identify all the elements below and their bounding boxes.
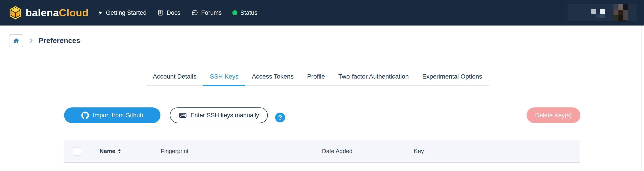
user-menu-redacted[interactable] <box>568 4 636 21</box>
fingerprint-column-label: Fingerprint <box>161 148 188 155</box>
key-column-label: Key <box>414 148 424 155</box>
brand-wordmark: balenaCloud <box>26 7 89 18</box>
nav-forums[interactable]: Forums <box>191 9 222 16</box>
chevron-right-icon <box>28 37 34 44</box>
docs-icon <box>157 9 164 16</box>
keyboard-icon <box>178 112 187 119</box>
navbar-divider <box>562 0 562 25</box>
nav-label: Status <box>240 9 258 16</box>
github-icon <box>81 112 89 119</box>
page-title: Preferences <box>38 36 80 45</box>
column-header-fingerprint: Fingerprint <box>161 140 188 162</box>
top-navbar: balenaCloud Getting Started Docs <box>0 0 644 25</box>
tab-ssh-keys[interactable]: SSH Keys <box>203 72 245 86</box>
enter-ssh-keys-button[interactable]: Enter SSH keys manually <box>170 107 268 123</box>
sort-icon <box>118 149 121 154</box>
nav-label: Docs <box>166 9 180 16</box>
tab-two-factor[interactable]: Two-factor Authentication <box>332 72 416 86</box>
avatar[interactable] <box>614 4 628 20</box>
nav-status[interactable]: Status <box>232 9 258 16</box>
scrollbar-track[interactable] <box>642 25 642 171</box>
tab-account-details[interactable]: Account Details <box>146 72 203 86</box>
lightning-icon <box>97 9 103 16</box>
import-from-github-button[interactable]: Import from Github <box>64 107 160 123</box>
help-icon[interactable]: ? <box>275 113 285 122</box>
ssh-keys-table-header: Name Fingerprint Date Added Key <box>64 140 580 163</box>
preferences-page: balenaCloud Getting Started Docs <box>0 0 644 171</box>
nav-label: Forums <box>201 9 222 16</box>
forums-chat-icon <box>191 9 198 16</box>
nav-label: Getting Started <box>106 9 147 16</box>
tab-profile[interactable]: Profile <box>300 72 332 86</box>
status-green-dot-icon <box>232 10 237 15</box>
balena-cube-icon <box>9 5 22 20</box>
nav-docs[interactable]: Docs <box>157 9 180 16</box>
preferences-tabbar: Account Details SSH Keys Access Tokens P… <box>146 72 489 86</box>
import-github-label: Import from Github <box>93 112 143 119</box>
brand-logo[interactable]: balenaCloud <box>9 5 89 20</box>
tab-access-tokens[interactable]: Access Tokens <box>245 72 300 86</box>
enter-ssh-label: Enter SSH keys manually <box>190 112 259 119</box>
column-header-date-added: Date Added <box>322 140 352 162</box>
column-header-name[interactable]: Name <box>100 140 121 162</box>
navbar-links: Getting Started Docs For <box>97 9 268 16</box>
delete-keys-button[interactable]: Delete Key(s) <box>526 107 580 123</box>
help-glyph: ? <box>278 114 282 121</box>
date-added-column-label: Date Added <box>322 148 352 155</box>
tab-experimental[interactable]: Experimental Options <box>416 72 489 86</box>
column-header-key: Key <box>414 140 424 162</box>
breadcrumb: Preferences <box>0 25 644 56</box>
name-column-label: Name <box>100 148 116 155</box>
home-icon <box>12 37 20 44</box>
delete-keys-label: Delete Key(s) <box>535 112 572 119</box>
nav-getting-started[interactable]: Getting Started <box>97 9 147 16</box>
home-button[interactable] <box>9 34 23 47</box>
select-all-checkbox[interactable] <box>72 147 81 156</box>
